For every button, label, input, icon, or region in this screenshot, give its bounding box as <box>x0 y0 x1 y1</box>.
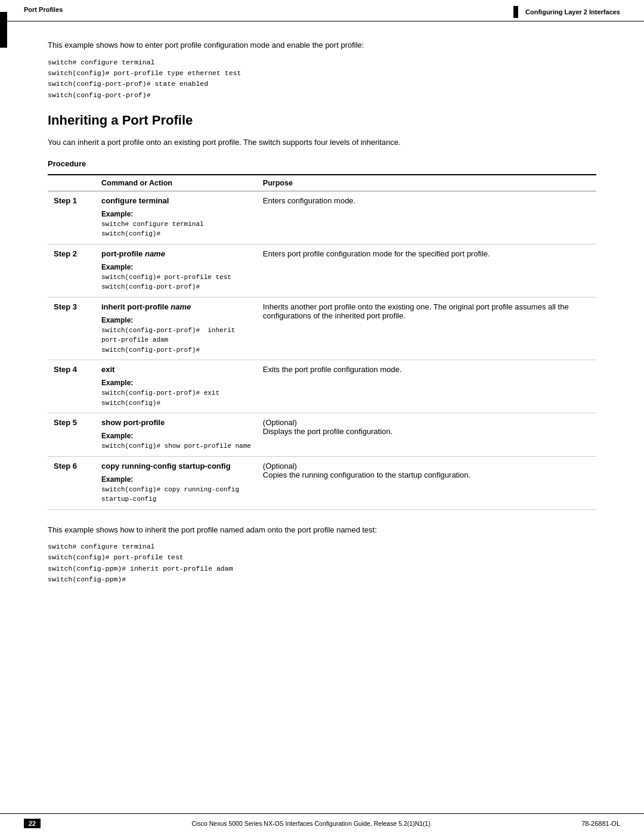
example-code-6: switch(config)# copy running-config star… <box>101 485 251 504</box>
table-row: Step 2port-profile nameExample:switch(co… <box>48 244 596 297</box>
purpose-cell-1: Enters configuration mode. <box>257 191 596 244</box>
col-command-header: Command or Action <box>95 175 257 191</box>
example-label-2: Example: <box>101 263 251 271</box>
command-cell-1: configure terminalExample:switch# config… <box>95 191 257 244</box>
table-row: Step 5show port-profileExample:switch(co… <box>48 413 596 457</box>
purpose-cell-5: (Optional) Displays the port profile con… <box>257 413 596 457</box>
page-number: 22 <box>24 819 41 828</box>
outro-code-block: switch# configure terminal switch(config… <box>48 541 596 586</box>
left-bar-mark <box>0 12 7 48</box>
command-cell-6: copy running-config startup-configExampl… <box>95 456 257 509</box>
outro-code-line-2: switch(config)# port-profile test <box>48 552 596 563</box>
procedure-heading: Procedure <box>48 159 596 168</box>
table-header-row: Command or Action Purpose <box>48 175 596 191</box>
example-code-5: switch(config)# show port-profile name <box>101 441 251 451</box>
col-step-header <box>48 175 95 191</box>
example-code-2: switch(config)# port-profile test switch… <box>101 272 251 292</box>
outro-code-line-3: switch(config-ppm)# inherit port-profile… <box>48 563 596 574</box>
outro-code-line-4: switch(config-ppm)# <box>48 574 596 585</box>
command-text-2: port-profile name <box>101 249 165 258</box>
header-right-title: Configuring Layer 2 Interfaces <box>525 8 620 16</box>
example-label-6: Example: <box>101 475 251 484</box>
footer-right-text: 78-26881-OL <box>581 820 620 827</box>
command-text-5: show port-profile <box>101 418 165 427</box>
section-desc: You can inherit a port profile onto an e… <box>48 137 596 148</box>
section-heading: Inheriting a Port Profile <box>48 113 596 128</box>
step-label-4: Step 4 <box>48 360 95 413</box>
main-content: This example shows how to enter port pro… <box>0 21 644 633</box>
outro-code-line-1: switch# configure terminal <box>48 541 596 552</box>
table-row: Step 3inherit port-profile nameExample:s… <box>48 297 596 360</box>
step-label-6: Step 6 <box>48 456 95 509</box>
command-text-1: configure terminal <box>101 196 169 205</box>
outro-text: This example shows how to inherit the po… <box>48 524 596 536</box>
purpose-cell-2: Enters port profile configuration mode f… <box>257 244 596 297</box>
purpose-cell-6: (Optional) Copies the running configurat… <box>257 456 596 509</box>
left-margin <box>0 0 7 833</box>
header-left-label: Port Profiles <box>24 6 63 13</box>
command-cell-5: show port-profileExample:switch(config)#… <box>95 413 257 457</box>
example-code-1: switch# configure terminal switch(config… <box>101 219 251 239</box>
step-label-5: Step 5 <box>48 413 95 457</box>
command-text-3: inherit port-profile name <box>101 302 191 311</box>
command-cell-3: inherit port-profile nameExample:switch(… <box>95 297 257 360</box>
example-label-5: Example: <box>101 432 251 440</box>
table-row: Step 4exitExample:switch(config-port-pro… <box>48 360 596 413</box>
intro-code-line-4: switch(config-port-prof)# <box>48 90 596 101</box>
purpose-cell-3: Inherits another port profile onto the e… <box>257 297 596 360</box>
table-row: Step 6copy running-config startup-config… <box>48 456 596 509</box>
command-cell-2: port-profile nameExample:switch(config)#… <box>95 244 257 297</box>
table-row: Step 1configure terminalExample:switch# … <box>48 191 596 244</box>
footer-center-text: Cisco Nexus 5000 Series NX-OS Interfaces… <box>52 820 569 827</box>
command-text-4: exit <box>101 365 114 374</box>
example-label-1: Example: <box>101 210 251 218</box>
intro-code-line-2: switch(config)# port-profile type ethern… <box>48 68 596 79</box>
intro-text: This example shows how to enter port pro… <box>48 39 596 51</box>
intro-code-line-3: switch(config-port-prof)# state enabled <box>48 79 596 89</box>
col-purpose-header: Purpose <box>257 175 596 191</box>
command-text-6: copy running-config startup-config <box>101 462 231 470</box>
intro-code-line-1: switch# configure terminal <box>48 57 596 68</box>
footer-left: 22 <box>24 819 41 828</box>
header-right: Configuring Layer 2 Interfaces <box>513 6 620 18</box>
example-code-3: switch(config-port-prof)# inherit port-p… <box>101 326 251 355</box>
command-cell-4: exitExample:switch(config-port-prof)# ex… <box>95 360 257 413</box>
step-label-1: Step 1 <box>48 191 95 244</box>
page-footer: 22 Cisco Nexus 5000 Series NX-OS Interfa… <box>0 813 644 833</box>
step-label-3: Step 3 <box>48 297 95 360</box>
purpose-cell-4: Exits the port profile configuration mod… <box>257 360 596 413</box>
procedure-table: Command or Action Purpose Step 1configur… <box>48 174 596 510</box>
intro-code-block: switch# configure terminal switch(config… <box>48 57 596 101</box>
page-header: Port Profiles Configuring Layer 2 Interf… <box>0 0 644 21</box>
step-label-2: Step 2 <box>48 244 95 297</box>
example-code-4: switch(config-port-prof)# exit switch(co… <box>101 388 251 408</box>
example-label-4: Example: <box>101 379 251 387</box>
example-label-3: Example: <box>101 316 251 324</box>
